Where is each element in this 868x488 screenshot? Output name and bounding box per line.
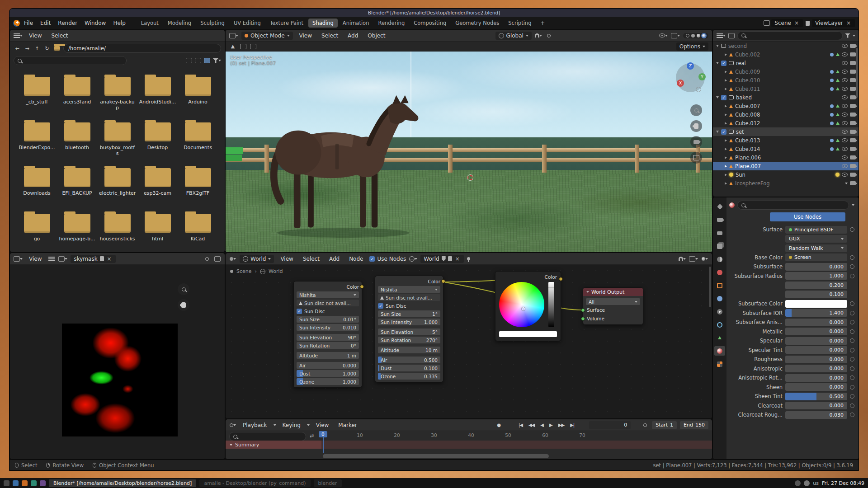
use-nodes-checkbox[interactable]: ✓Use Nodes — [369, 256, 406, 262]
sheen-tint-slider[interactable]: 0.500 — [785, 393, 847, 400]
render-camera-icon[interactable] — [850, 70, 856, 74]
keyframe-dot[interactable] — [850, 366, 854, 371]
outliner-row[interactable]: Cube.014 — [713, 145, 859, 153]
render-camera-icon[interactable] — [850, 164, 856, 168]
visibility-eye-icon[interactable] — [842, 87, 848, 91]
taskbar-window[interactable]: amalie - Desktop/blender (py_command) — [199, 479, 310, 487]
keyframe-dot[interactable] — [850, 375, 854, 380]
folder-item[interactable]: Arduino — [178, 73, 217, 118]
tab-animation[interactable]: Animation — [339, 19, 373, 28]
camera-view-button[interactable] — [690, 136, 702, 148]
render-camera-icon[interactable] — [850, 121, 856, 125]
folder-item[interactable]: AndroidStudi... — [138, 73, 177, 118]
select-tool-icon[interactable]: ▲ — [229, 43, 236, 50]
taskbar-app-icon[interactable] — [13, 480, 19, 486]
node-field[interactable]: Altitude1 m — [297, 352, 359, 359]
keyframe-dot[interactable] — [850, 311, 854, 315]
viewlayer-selector[interactable]: ViewLayer× — [812, 19, 855, 27]
preview-sphere-icon[interactable] — [701, 255, 708, 263]
keyframe-dot[interactable] — [850, 227, 854, 232]
scene-browse-icon[interactable] — [763, 19, 770, 27]
visibility-eye-icon[interactable] — [842, 95, 848, 99]
modifier-icon[interactable] — [830, 53, 834, 56]
outliner-row[interactable]: Cube.010 — [713, 76, 859, 84]
outliner-row[interactable]: Cube.008 — [713, 110, 859, 119]
visibility-eye-icon[interactable] — [842, 138, 848, 142]
outliner-row[interactable]: ✓real — [713, 59, 859, 67]
tab-view-layer[interactable] — [714, 241, 725, 251]
new-folder-icon[interactable] — [53, 45, 61, 52]
keyframe-dot[interactable] — [850, 357, 854, 361]
detail-view-icon[interactable] — [195, 58, 201, 63]
surface-input-socket[interactable] — [581, 308, 585, 312]
uv-overlay-icon[interactable] — [214, 255, 221, 263]
outliner-row[interactable]: Cube.002 — [713, 50, 859, 59]
select-mode-icon[interactable] — [250, 44, 256, 49]
world-datablock[interactable]: World× — [420, 255, 463, 263]
box-select-icon[interactable] — [240, 44, 246, 49]
sun-disc-checkbox[interactable]: ✓Sun Disc — [297, 308, 359, 314]
tray-icon[interactable] — [804, 480, 810, 486]
base-color-link-button[interactable]: Screen — [785, 253, 847, 261]
unlink-icon[interactable]: × — [106, 256, 113, 262]
viewlayer-icon[interactable] — [804, 19, 811, 27]
taskbar-app-icon[interactable] — [31, 480, 37, 486]
next-keyframe-button[interactable]: ▶▶ — [557, 422, 566, 427]
jump-to-end-button[interactable]: ▶| — [569, 422, 576, 427]
render-camera-icon[interactable] — [850, 52, 856, 56]
node-field[interactable]: Sun Elevation90° — [297, 334, 359, 341]
filter-funnel-icon[interactable] — [845, 33, 850, 38]
render-camera-icon[interactable] — [850, 181, 856, 185]
render-camera-icon[interactable] — [850, 130, 856, 134]
timeline-menu-marker[interactable]: Marker — [335, 421, 360, 429]
modifier-icon[interactable] — [830, 79, 834, 82]
folder-item[interactable]: houseonsticks — [98, 210, 137, 253]
snap-magnet-icon[interactable] — [535, 32, 542, 39]
node-field[interactable]: Dust1.000 — [297, 370, 359, 377]
forward-icon[interactable]: → — [24, 45, 31, 52]
node-field[interactable]: Sun Rotation0° — [297, 342, 359, 349]
timeline-menu-playback[interactable]: Playback — [240, 421, 270, 429]
editor-type-icon[interactable] — [14, 32, 23, 39]
render-camera-icon[interactable] — [850, 87, 856, 91]
keyframe-dot[interactable] — [850, 301, 854, 306]
node-field[interactable]: Sun Elevation5° — [378, 328, 440, 335]
folder-item[interactable]: anakey-backup — [98, 73, 137, 118]
auto-key-button[interactable]: ● — [495, 422, 502, 427]
current-frame-field[interactable]: 0 — [589, 421, 631, 429]
anisotropic-rotation-slider[interactable]: 0.000 — [785, 374, 847, 382]
file-browser-menu-view[interactable]: View — [26, 32, 45, 40]
collection-checkbox[interactable]: ✓ — [721, 61, 726, 66]
tab-world[interactable] — [714, 267, 725, 277]
object-visibility-icon[interactable] — [659, 32, 668, 39]
keyboard-layout-indicator[interactable]: us — [813, 480, 819, 486]
solid-shading-icon[interactable] — [691, 34, 695, 38]
proportional-edit-icon[interactable] — [545, 32, 552, 39]
color-swatch[interactable] — [499, 331, 557, 337]
timeline-menu-keying[interactable]: Keying — [279, 421, 304, 429]
render-camera-icon[interactable] — [850, 113, 856, 117]
wireframe-shading-icon[interactable] — [686, 34, 689, 38]
file-browser-menu-select[interactable]: Select — [48, 32, 71, 40]
node-field[interactable]: Sun Intensity1.000 — [378, 319, 440, 325]
tab-texture-paint[interactable]: Texture Paint — [266, 19, 307, 28]
collection-checkbox[interactable]: ✓ — [721, 129, 726, 135]
timeline-scrollbar[interactable] — [323, 454, 549, 458]
node-field[interactable]: Sun Size1° — [378, 310, 440, 317]
outliner-row[interactable]: ✓baked — [713, 93, 859, 102]
image-datablock[interactable]: skymask× — [71, 255, 115, 263]
mask-mode-icon[interactable] — [203, 255, 211, 263]
node-field[interactable]: Altitude10 m — [378, 347, 440, 353]
node-field[interactable]: Sun Rotation270° — [378, 337, 440, 343]
fake-user-shield-icon[interactable] — [442, 256, 446, 261]
transform-orientation-dropdown[interactable]: Global — [495, 32, 532, 40]
modifier-icon[interactable] — [830, 113, 834, 117]
node-field[interactable]: Air0.500 — [378, 357, 440, 363]
folder-item[interactable]: Desktop — [138, 119, 177, 164]
modifier-icon[interactable] — [830, 70, 834, 74]
keyframe-dot[interactable] — [850, 329, 854, 334]
node-field[interactable]: Sun Size0.01° — [297, 316, 359, 323]
subsurface-anisotropy-field[interactable]: 0.000 — [785, 319, 847, 326]
visibility-eye-icon[interactable] — [842, 147, 848, 151]
visibility-eye-icon[interactable] — [842, 52, 848, 56]
